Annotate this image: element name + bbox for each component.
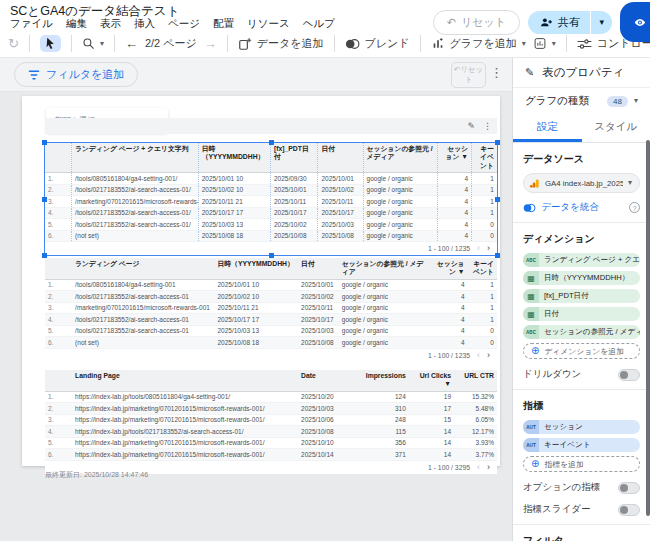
metric-slider-toggle[interactable] xyxy=(618,504,640,516)
menu-page[interactable]: ページ xyxy=(168,17,200,31)
prev-page-icon[interactable]: ‹ xyxy=(477,463,480,472)
table-cell: 1 xyxy=(468,280,497,290)
selection-handle[interactable] xyxy=(42,197,47,202)
table-cell: 4 xyxy=(431,303,467,313)
column-header[interactable] xyxy=(45,370,72,391)
select-tool-button[interactable] xyxy=(40,35,61,52)
selection-handle[interactable] xyxy=(269,140,274,145)
report-page[interactable]: 期間を選択 ▾ ✎ ⋮ xyxy=(22,96,500,466)
column-header[interactable]: URL CTR xyxy=(454,370,497,391)
column-header[interactable]: Impressions xyxy=(361,370,408,391)
reset-button[interactable]: ↶ リセット xyxy=(433,10,520,35)
dimension-chip[interactable]: ▦ 日付 xyxy=(523,307,640,321)
help-icon[interactable]: ? xyxy=(629,202,640,213)
column-header[interactable]: Date xyxy=(298,370,361,391)
column-header[interactable]: 日時（YYYYMMDDHH） xyxy=(214,258,298,279)
selection-handle[interactable] xyxy=(42,253,47,258)
next-page-icon[interactable]: › xyxy=(487,244,490,253)
view-button[interactable]: 表示 xyxy=(620,2,650,42)
next-page-icon[interactable]: › xyxy=(487,351,490,360)
tab-setup[interactable]: 設定 xyxy=(513,114,582,142)
table-cell: 4 xyxy=(438,208,472,218)
chevron-down-icon: ▾ xyxy=(634,97,638,105)
drilldown-toggle[interactable] xyxy=(618,369,640,381)
table-cell: 2025/10/08 xyxy=(298,337,339,347)
column-header[interactable]: [fx]_PDT日付 xyxy=(271,143,318,172)
share-button[interactable]: 共有 xyxy=(528,11,590,34)
selection-handle[interactable] xyxy=(495,253,500,258)
selection-handle[interactable] xyxy=(495,197,500,202)
blend-data-row[interactable]: データを統合 ? xyxy=(523,201,640,214)
add-metric-button[interactable]: ⊕ 指標を追加 xyxy=(523,456,640,472)
table-cell: google / organic xyxy=(339,280,432,290)
column-header[interactable]: 日時（YYYYMMDDHH） xyxy=(199,143,271,172)
column-header[interactable]: Url Clicks ▼ xyxy=(409,370,454,391)
menu-edit[interactable]: 編集 xyxy=(66,17,87,31)
column-header[interactable]: セッションの参照元 / メディア xyxy=(364,143,439,172)
menu-file[interactable]: ファイル xyxy=(10,17,53,31)
prev-page-button[interactable]: ← xyxy=(125,36,138,51)
add-dimension-button[interactable]: ⊕ ディメンションを追加 xyxy=(523,343,640,359)
prev-page-icon[interactable]: ‹ xyxy=(477,244,480,253)
column-header[interactable]: キーイベント xyxy=(472,143,497,172)
add-data-button[interactable]: データを追加 xyxy=(238,36,324,51)
optional-metrics-toggle[interactable] xyxy=(618,482,640,494)
column-header[interactable]: キーイベント xyxy=(468,258,497,279)
column-header[interactable] xyxy=(45,258,72,279)
table-cell: 1 xyxy=(472,196,497,206)
menu-help[interactable]: ヘルプ xyxy=(303,17,335,31)
data-source-section: データソース GA4 index-lab.jp_202510 ▾ データを統合 … xyxy=(513,143,650,222)
share-menu-button[interactable]: ▾ xyxy=(591,11,612,34)
report-canvas[interactable]: 期間を選択 ▾ ✎ ⋮ xyxy=(0,92,512,541)
table-ga4[interactable]: ランディング ページ日時（YYYYMMDDHH）日付セッションの参照元 / メデ… xyxy=(45,258,497,362)
table-cell: 2025/10/01 10 xyxy=(214,280,298,290)
dimension-chip[interactable]: ABC セッションの参照元 / メディア xyxy=(523,325,640,339)
column-header[interactable]: セッション ▼ xyxy=(431,258,467,279)
column-header[interactable]: ランディング ページ + クエリ文字列 xyxy=(72,143,199,172)
page-indicator[interactable]: 2/2 ページ xyxy=(145,36,197,51)
zoom-tool-button[interactable]: ▾ xyxy=(82,37,104,50)
dimension-chip-label: 日付 xyxy=(539,309,564,319)
blend-data-button[interactable]: ブレンド xyxy=(345,36,410,51)
table-cell: 2025/10/17 xyxy=(298,314,339,324)
table-cell: 4 xyxy=(438,173,472,183)
add-filter-button[interactable]: フィルタを追加 xyxy=(14,62,138,87)
table-cell: 2025/10/02 xyxy=(271,219,318,229)
menu-resource[interactable]: リソース xyxy=(247,17,290,31)
dimension-chip[interactable]: ▦ 日時（YYYYMMDDHH） xyxy=(523,271,640,285)
tab-style[interactable]: スタイル xyxy=(582,114,650,142)
selection-handle[interactable] xyxy=(42,140,47,145)
selection-handle[interactable] xyxy=(269,253,274,258)
column-header[interactable] xyxy=(45,143,72,172)
column-header[interactable]: Landing Page xyxy=(72,370,298,391)
filter-reset-button[interactable]: ↶リセット xyxy=(451,62,486,88)
table-cell: 3.93% xyxy=(454,438,497,448)
column-header[interactable]: セッション ▼ xyxy=(438,143,472,172)
column-header[interactable]: 日付 xyxy=(318,143,363,172)
metric-chip[interactable]: AUT キーイベント xyxy=(523,438,640,452)
panel-scrollbar[interactable] xyxy=(646,140,650,516)
next-page-icon[interactable]: › xyxy=(487,463,490,472)
chart-type-row[interactable]: グラフの種類 48 ▾ xyxy=(513,88,650,114)
menu-view[interactable]: 表示 xyxy=(100,17,121,31)
edit-pencil-icon[interactable]: ✎ xyxy=(467,122,475,131)
table-blended-selected[interactable]: ランディング ページ + クエリ文字列日時（YYYYMMDDHH）[fx]_PD… xyxy=(45,143,497,255)
table-cell: 371 xyxy=(361,449,408,459)
column-header[interactable]: ランディング ページ xyxy=(72,258,214,279)
redo-button[interactable]: ↻ xyxy=(8,36,19,51)
table-header-row: Landing PageDateImpressionsUrl Clicks ▼U… xyxy=(45,370,497,392)
next-page-button[interactable]: → xyxy=(204,36,217,51)
more-options-icon[interactable]: ⋮ xyxy=(490,66,503,79)
menu-insert[interactable]: 挿入 xyxy=(134,17,155,31)
prev-page-icon[interactable]: ‹ xyxy=(477,351,480,360)
metric-chip[interactable]: AUT セッション xyxy=(523,420,640,434)
data-source-chip[interactable]: GA4 index-lab.jp_202510 ▾ xyxy=(523,173,640,193)
column-header[interactable]: 日付 xyxy=(298,258,339,279)
chart-menu-icon[interactable]: ⋮ xyxy=(483,122,492,131)
selection-handle[interactable] xyxy=(495,140,500,145)
table-search-console[interactable]: Landing PageDateImpressionsUrl Clicks ▼U… xyxy=(45,370,497,474)
dimension-chip[interactable]: ▦ [fx]_PDT日付 xyxy=(523,289,640,303)
column-header[interactable]: セッションの参照元 / メディア xyxy=(339,258,432,279)
menu-arrange[interactable]: 配置 xyxy=(213,17,234,31)
dimension-chip[interactable]: ABC ランディング ページ + クエリ文... xyxy=(523,253,640,267)
